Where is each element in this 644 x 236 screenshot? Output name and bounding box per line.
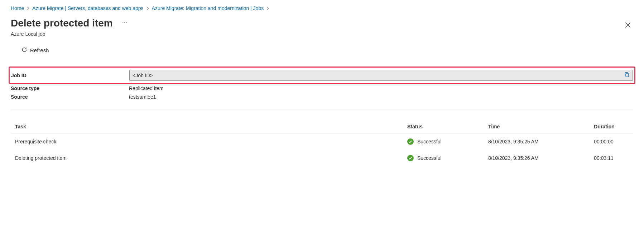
page-subtitle: Azure Local job — [11, 31, 128, 37]
close-button[interactable] — [623, 20, 633, 31]
task-duration: 00:03:11 — [590, 150, 633, 166]
job-id-label: Job ID — [11, 73, 129, 78]
column-header-duration[interactable]: Duration — [590, 120, 633, 133]
details-section: Job ID <Job ID> Source type Replicated i… — [11, 67, 633, 101]
task-duration: 00:00:00 — [590, 133, 633, 150]
column-header-task[interactable]: Task — [11, 120, 403, 133]
divider — [11, 110, 633, 110]
tasks-table: Task Status Time Duration Prerequisite c… — [11, 120, 633, 166]
success-icon — [407, 155, 414, 161]
page-title: Delete protected item — [11, 18, 113, 29]
chevron-right-icon — [26, 6, 30, 10]
task-time: 8/10/2023, 9:35:25 AM — [484, 133, 590, 150]
task-name: Prerequisite check — [11, 133, 403, 150]
status-cell: Successful — [407, 155, 480, 161]
job-id-row: Job ID <Job ID> — [9, 67, 635, 84]
source-type-row: Source type Replicated item — [11, 84, 633, 93]
breadcrumb-link-migration-modernization-jobs[interactable]: Azure Migrate: Migration and modernizati… — [152, 5, 264, 11]
column-header-time[interactable]: Time — [484, 120, 590, 133]
job-id-field[interactable]: <Job ID> — [129, 70, 633, 81]
page-header: Delete protected item ⋯ Azure Local job — [11, 18, 633, 37]
breadcrumb-link-azure-migrate-servers[interactable]: Azure Migrate | Servers, databases and w… — [32, 5, 143, 11]
svg-rect-0 — [626, 74, 629, 77]
source-value: testsamlee1 — [129, 94, 633, 100]
source-label: Source — [11, 94, 129, 100]
task-time: 8/10/2023, 9:35:26 AM — [484, 150, 590, 166]
copy-icon — [624, 72, 630, 79]
source-type-value: Replicated item — [129, 85, 633, 91]
breadcrumb: Home Azure Migrate | Servers, databases … — [11, 5, 633, 11]
close-icon — [625, 24, 631, 29]
chevron-right-icon — [266, 6, 270, 10]
column-header-status[interactable]: Status — [403, 120, 484, 133]
refresh-icon — [21, 47, 27, 54]
table-row: Prerequisite check Successful 8/10/2023,… — [11, 133, 633, 150]
status-text: Successful — [417, 155, 442, 161]
breadcrumb-link-home[interactable]: Home — [11, 5, 24, 11]
refresh-label: Refresh — [30, 47, 49, 53]
success-icon — [407, 138, 414, 145]
status-text: Successful — [417, 139, 442, 144]
refresh-button[interactable]: Refresh — [21, 47, 633, 54]
copy-button[interactable] — [624, 72, 630, 79]
chevron-right-icon — [146, 6, 150, 10]
source-type-label: Source type — [11, 85, 129, 91]
source-row: Source testsamlee1 — [11, 93, 633, 101]
status-cell: Successful — [407, 138, 480, 145]
task-name: Deleting protected item — [11, 150, 403, 166]
job-id-value: <Job ID> — [133, 73, 624, 78]
table-row: Deleting protected item Successful 8/10/… — [11, 150, 633, 166]
more-icon[interactable]: ⋯ — [122, 20, 128, 25]
